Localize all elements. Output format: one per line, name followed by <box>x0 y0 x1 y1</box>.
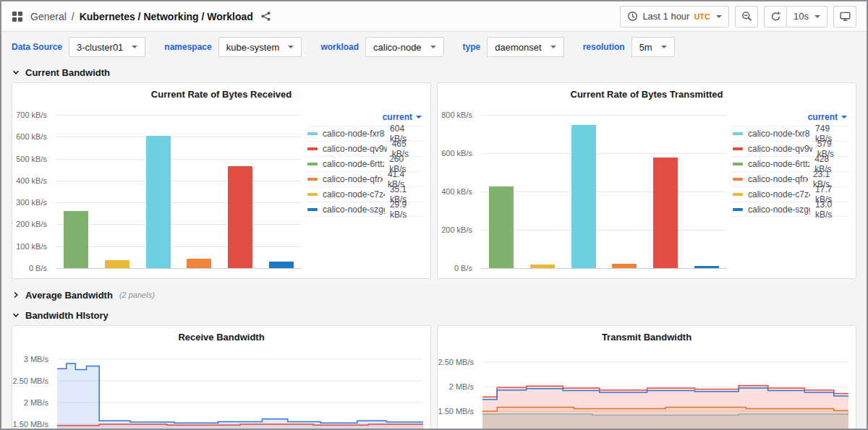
y-axis-tick-label: 700 kB/s <box>16 111 47 119</box>
y-axis-tick-label: 100 kB/s <box>16 242 47 251</box>
series-color-icon[interactable] <box>307 132 318 135</box>
variable-data-source: Data Source3-cluster01 <box>12 37 145 57</box>
variable-dropdown[interactable]: calico-node <box>365 37 444 57</box>
bars-group <box>481 115 727 268</box>
series-name[interactable]: calico-node-fxr8s <box>748 129 810 139</box>
series-name[interactable]: calico-node-qv9wd <box>323 144 387 154</box>
row-current-bandwidth[interactable]: Current Bandwidth <box>1 62 867 82</box>
chevron-down-icon <box>841 116 847 119</box>
refresh-interval-dropdown[interactable]: 10s <box>787 6 827 27</box>
row-bandwidth-history[interactable]: Bandwidth HIstory <box>1 305 867 325</box>
variable-label: namespace <box>164 42 211 52</box>
y-axis: 700 kB/s600 kB/s500 kB/s400 kB/s300 kB/s… <box>12 115 51 268</box>
row-title: Average Bandwidth <box>25 290 113 301</box>
legend-item: calico-node-szggp13.0 kB/s <box>731 202 848 217</box>
series-name[interactable]: calico-node-szggp <box>748 205 810 215</box>
legend-sort-current[interactable]: current <box>808 112 847 122</box>
chevron-down-icon <box>550 46 556 48</box>
y-axis-tick-label: 3 MB/s <box>24 355 48 364</box>
bar-chart-transmitted: 800 kB/s600 kB/s400 kB/s200 kB/s0 B/s <box>438 105 731 278</box>
variable-value: 3-cluster01 <box>77 42 123 53</box>
legend: currentcalico-node-fxr8s749 kB/scalico-n… <box>731 105 856 278</box>
legend-item: calico-node-szggp29.9 kB/s <box>306 202 423 217</box>
series-name[interactable]: calico-node-szggp <box>323 205 385 215</box>
variable-resolution: resolution5m <box>583 37 675 57</box>
bar-calico-node-c7z49[interactable] <box>530 265 555 268</box>
series-color-icon[interactable] <box>733 163 743 165</box>
y-axis-tick-label: 500 kB/s <box>16 155 47 163</box>
row-title: Current Bandwidth <box>25 67 110 78</box>
bar-calico-node-6rttz[interactable] <box>64 211 88 268</box>
bar-calico-node-qfrxl[interactable] <box>187 259 211 268</box>
plot-area <box>481 115 727 268</box>
time-range-label: Last 1 hour <box>642 11 689 22</box>
line-chart-transmit: 2.50 MB/s2 MB/s1.50 MB/s <box>438 348 856 430</box>
zoom-out-button[interactable] <box>735 6 758 27</box>
bar-calico-node-szggp[interactable] <box>269 262 294 268</box>
tv-mode-button[interactable] <box>833 6 856 27</box>
line-chart-receive: 3 MB/s2.50 MB/s2 MB/s1.50 MB/s <box>12 348 430 430</box>
breadcrumb-folder[interactable]: General <box>30 11 67 22</box>
legend-sort-current[interactable]: current <box>383 112 422 122</box>
variable-value: kube-system <box>226 42 280 53</box>
series-name[interactable]: calico-node-fxr8s <box>323 129 385 139</box>
bar-calico-node-qfrxl[interactable] <box>612 264 637 268</box>
bar-calico-node-fxr8s[interactable] <box>146 136 171 268</box>
series-name[interactable]: calico-node-6rttz <box>323 159 384 169</box>
bar-chart-received: 700 kB/s600 kB/s500 kB/s400 kB/s300 kB/s… <box>12 105 306 278</box>
breadcrumb: General / Kubernetes / Networking / Work… <box>30 11 253 22</box>
variable-dropdown[interactable]: kube-system <box>218 37 302 57</box>
bar-calico-node-szggp[interactable] <box>694 266 719 268</box>
series-color-icon[interactable] <box>733 193 743 196</box>
variables-row: Data Source3-cluster01namespacekube-syst… <box>1 32 867 62</box>
breadcrumb-dashboard-title[interactable]: Kubernetes / Networking / Workload <box>80 11 253 22</box>
row-average-bandwidth[interactable]: Average Bandwidth (2 panels) <box>1 285 867 305</box>
plot-area <box>56 115 302 268</box>
panel-title[interactable]: Current Rate of Bytes Received <box>12 83 430 105</box>
refresh-group: 10s <box>764 6 827 27</box>
series-name[interactable]: calico-node-c7z49 <box>748 189 810 199</box>
series-color-icon[interactable] <box>733 132 743 135</box>
panel-title[interactable]: Receive Bandwidth <box>12 326 430 348</box>
row-panel-count: (2 panels) <box>119 291 155 299</box>
bar-calico-node-qv9wd[interactable] <box>228 166 252 268</box>
panel-body: 2.50 MB/s2 MB/s1.50 MB/s <box>438 348 856 430</box>
series-color-icon[interactable] <box>733 208 743 211</box>
dashboards-grid-icon[interactable] <box>12 11 23 22</box>
chevron-down-icon <box>416 116 422 119</box>
y-axis-tick-label: 400 kB/s <box>441 187 472 196</box>
series-color-icon[interactable] <box>307 193 318 196</box>
variable-value: 5m <box>639 42 652 53</box>
series-color-icon[interactable] <box>307 178 318 181</box>
series-color-icon[interactable] <box>307 147 318 150</box>
variable-dropdown[interactable]: 5m <box>631 37 675 57</box>
bar-calico-node-6rttz[interactable] <box>489 186 514 268</box>
bar-calico-node-qv9wd[interactable] <box>653 158 678 268</box>
nav-left: General / Kubernetes / Networking / Work… <box>12 11 271 22</box>
series-name[interactable]: calico-node-6rttz <box>748 159 809 169</box>
bar-calico-node-fxr8s[interactable] <box>571 125 596 268</box>
series-color-icon[interactable] <box>307 208 318 211</box>
panel-title[interactable]: Transmit Bandwidth <box>438 326 856 348</box>
y-axis-tick-label: 200 kB/s <box>16 220 47 228</box>
variable-dropdown[interactable]: daemonset <box>487 37 563 57</box>
series-name[interactable]: calico-node-c7z49 <box>323 189 385 199</box>
y-axis: 3 MB/s2.50 MB/s2 MB/s1.50 MB/s <box>12 353 53 430</box>
legend: currentcalico-node-fxr8s604 kB/scalico-n… <box>306 105 430 278</box>
series-color-icon[interactable] <box>733 147 743 150</box>
series-name[interactable]: calico-node-qv9wd <box>748 144 812 154</box>
variable-dropdown[interactable]: 3-cluster01 <box>69 37 145 57</box>
time-range-picker[interactable]: Last 1 hour UTC <box>620 6 729 27</box>
series-color-icon[interactable] <box>307 163 318 165</box>
series-name[interactable]: calico-node-qfrxl <box>323 174 383 184</box>
panel-transmit-bandwidth: Transmit Bandwidth 2.50 MB/s2 MB/s1.50 M… <box>437 325 856 430</box>
series-name[interactable]: calico-node-qfrxl <box>748 174 808 184</box>
chevron-down-icon <box>661 46 667 48</box>
chevron-down-icon <box>430 46 436 48</box>
refresh-icon <box>770 11 781 22</box>
series-color-icon[interactable] <box>733 178 743 181</box>
share-icon[interactable] <box>260 11 271 22</box>
refresh-button[interactable] <box>764 6 787 27</box>
panel-title[interactable]: Current Rate of Bytes Transmitted <box>438 83 856 105</box>
bar-calico-node-c7z49[interactable] <box>105 260 129 268</box>
